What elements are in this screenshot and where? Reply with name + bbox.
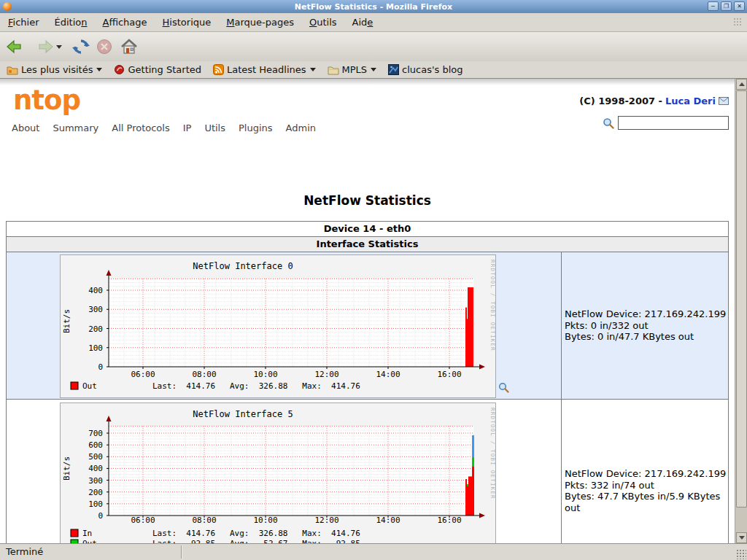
svg-text:10:00: 10:00 [253, 370, 277, 379]
bookmark-latest-headlines[interactable]: Latest Headlines [211, 63, 318, 76]
svg-text:200: 200 [88, 324, 103, 334]
home-icon [120, 38, 138, 55]
nav-summary[interactable]: Summary [53, 122, 98, 133]
nav-about[interactable]: About [12, 122, 39, 133]
menu-edition[interactable]: Édition [53, 15, 90, 29]
menu-aide[interactable]: Aide [350, 15, 376, 29]
back-icon [5, 38, 23, 55]
back-button[interactable] [4, 37, 23, 56]
ntop-logo[interactable]: ntop [13, 85, 80, 116]
nav-all-protocols[interactable]: All Protocols [112, 122, 169, 133]
scrollbar-thumb[interactable] [736, 90, 747, 508]
interface-0-info: NetFlow Device: 217.169.242.199 Pkts: 0 … [561, 252, 727, 399]
svg-text:300: 300 [88, 305, 103, 314]
restore-button[interactable]: ❐ [721, 1, 732, 11]
status-divider [181, 545, 182, 559]
svg-text:100: 100 [88, 499, 103, 509]
svg-text:100: 100 [88, 343, 103, 353]
magnifier-icon [498, 382, 509, 393]
chevron-down-icon [96, 68, 102, 71]
svg-text:Out: Out [82, 381, 97, 391]
chevron-down-icon [56, 45, 62, 49]
window-titlebar: NetFlow Statistics - Mozilla Firefox ─ ❐… [0, 0, 747, 13]
section-header-row: Interface Statistics [7, 237, 728, 252]
email-icon[interactable] [719, 97, 729, 105]
svg-text:Bit/s: Bit/s [62, 309, 71, 333]
svg-text:0: 0 [98, 362, 103, 372]
vertical-scrollbar[interactable] [735, 79, 747, 543]
chevron-down-icon [371, 68, 376, 71]
firefox-logo-icon [3, 2, 12, 11]
bookmark-folder-mpls[interactable]: MPLS [325, 63, 379, 76]
close-button[interactable]: ✕ [734, 1, 745, 11]
forward-icon [37, 38, 55, 55]
reload-button[interactable] [71, 37, 90, 56]
blog-site-icon [388, 64, 399, 75]
minimize-button[interactable]: ─ [708, 1, 719, 11]
nav-ip[interactable]: IP [183, 122, 192, 133]
copyright-line: (C) 1998-2007 - Luca Deri [579, 96, 729, 106]
interface-statistics-table: Device 14 - eth0 Interface Statistics 06… [6, 221, 729, 543]
device-header-row: Device 14 - eth0 [7, 222, 728, 237]
svg-text:In: In [82, 529, 92, 538]
nav-admin[interactable]: Admin [286, 122, 316, 133]
folder-icon [328, 65, 339, 75]
svg-text:RRDTOOL / TOBI OETIKER: RRDTOOL / TOBI OETIKER [489, 260, 495, 351]
arrow-down-icon [739, 536, 745, 540]
svg-text:10:00: 10:00 [253, 516, 277, 525]
top-navigation: About Summary All Protocols IP Utils Plu… [12, 122, 316, 133]
svg-text:16:00: 16:00 [437, 370, 461, 379]
svg-text:14:00: 14:00 [376, 516, 400, 525]
svg-text:0: 0 [98, 511, 103, 521]
bookmark-getting-started[interactable]: Getting Started [112, 63, 204, 76]
nav-plugins[interactable]: Plugins [239, 122, 273, 133]
svg-text:200: 200 [88, 488, 103, 497]
status-bar: Terminé [0, 543, 747, 560]
resize-grip[interactable] [736, 549, 746, 559]
svg-text:12:00: 12:00 [314, 370, 338, 379]
menu-affichage[interactable]: Affichage [101, 15, 150, 29]
menu-marque-pages[interactable]: Marque-pages [224, 15, 296, 29]
svg-text:Bit/s: Bit/s [62, 456, 71, 481]
stop-icon [96, 38, 113, 55]
scroll-up-button[interactable] [736, 79, 747, 90]
chevron-down-icon [310, 68, 316, 71]
rss-feed-icon [213, 64, 224, 75]
stop-button[interactable] [95, 37, 114, 56]
svg-text:500: 500 [88, 452, 103, 462]
svg-text:RRDTOOL / TOBI OETIKER: RRDTOOL / TOBI OETIKER [489, 408, 495, 499]
chart-zoom-button[interactable] [498, 382, 509, 396]
navigation-toolbar: http://127.1:3000/plugins/NetFlow/statis… [0, 32, 747, 62]
window-title: NetFlow Statistics - Mozilla Firefox [0, 2, 747, 12]
menu-historique[interactable]: Historique [160, 15, 214, 29]
getting-started-icon [114, 64, 125, 75]
status-text: Terminé [6, 546, 43, 557]
interface-5-row: 06:0008:0010:0012:0014:0016:000100200300… [7, 400, 728, 543]
svg-text:400: 400 [88, 286, 103, 295]
svg-text:14:00: 14:00 [376, 370, 400, 379]
bookmarks-toolbar: Les plus visités Getting Started Latest … [0, 61, 747, 79]
svg-text:16:00: 16:00 [437, 516, 461, 525]
rrd-graph-interface-0: 06:0008:0010:0012:0014:0016:000100200300… [60, 254, 496, 398]
nav-utils[interactable]: Utils [204, 122, 225, 133]
home-button[interactable] [120, 37, 139, 56]
interface-0-row: 06:0008:0010:0012:0014:0016:000100200300… [7, 252, 728, 400]
bookmark-les-plus-visites[interactable]: Les plus visités [4, 63, 104, 76]
page-title: NetFlow Statistics [0, 193, 735, 208]
browser-viewport: ntop (C) 1998-2007 - Luca Deri About Sum… [0, 79, 735, 543]
scroll-down-button[interactable] [736, 532, 747, 543]
svg-text:Last: 414.76 Avg: 326.88: Last: 414.76 Avg: 326.88 Max: 414.76 [152, 381, 360, 391]
back-forward-dropdown[interactable] [54, 37, 64, 56]
header-gradient [0, 79, 735, 85]
svg-text:NetFlow Interface 5: NetFlow Interface 5 [193, 409, 293, 419]
menu-fichier[interactable]: Fichier [6, 15, 42, 29]
search-icon[interactable] [603, 117, 614, 129]
menu-outils[interactable]: Outils [307, 15, 339, 29]
forward-button[interactable] [36, 37, 55, 56]
author-link[interactable]: Luca Deri [665, 96, 716, 106]
bookmark-clucas-blog[interactable]: clucas's blog [386, 63, 465, 76]
site-search-input[interactable] [618, 116, 729, 130]
svg-text:06:00: 06:00 [131, 516, 155, 525]
svg-text:NetFlow Interface 0: NetFlow Interface 0 [193, 261, 293, 271]
throbber-icon [733, 18, 743, 27]
